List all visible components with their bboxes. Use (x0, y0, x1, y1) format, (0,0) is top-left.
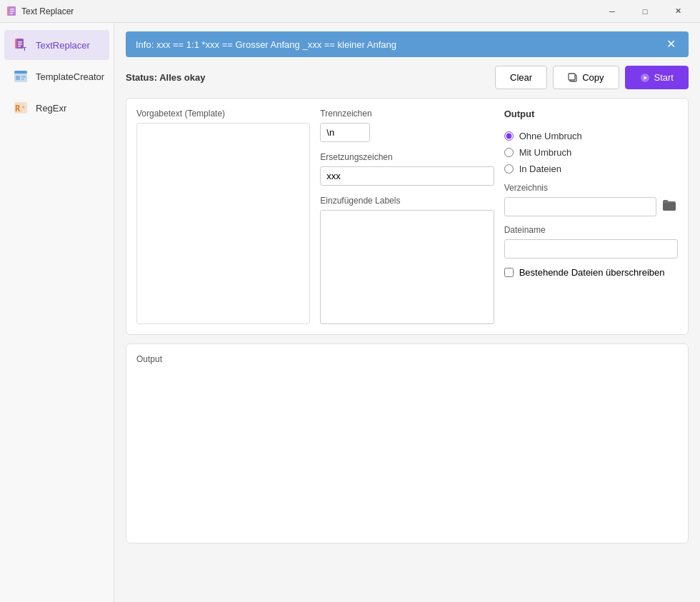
status-text: Status: Alles okay (126, 72, 206, 83)
template-creator-icon (13, 69, 29, 84)
toolbar-buttons: Clear Copy Start (495, 66, 689, 89)
sidebar: T TextReplacer TemplateCreator R .* RegE… (0, 23, 114, 602)
copy-button-label: Copy (582, 72, 604, 83)
verzeichnis-group: Verzeichnis (504, 183, 678, 216)
trennzeichen-input[interactable] (320, 123, 370, 142)
svg-rect-4 (10, 13, 13, 14)
sidebar-item-label-regex: RegExr (36, 103, 66, 114)
trennzeichen-group: Trennzeichen (320, 109, 494, 142)
start-button[interactable]: Start (625, 66, 689, 89)
clear-button[interactable]: Clear (495, 66, 547, 89)
top-panel: Vorgabetext (Template) Trennzeichen Erse… (126, 98, 689, 335)
output-panel: Output (126, 343, 689, 543)
radio-in-dateien-label: In Dateien (519, 164, 561, 174)
svg-rect-15 (21, 79, 24, 80)
sidebar-item-template-creator[interactable]: TemplateCreator (4, 61, 109, 91)
template-label: Vorgabetext (Template) (136, 109, 310, 119)
output-section-label: Output (504, 109, 678, 119)
labels-label: Einzufügende Labels (320, 196, 494, 206)
radio-ohne-umbruch-input[interactable] (504, 131, 514, 141)
overwrite-label: Bestehende Dateien überschreiben (519, 267, 665, 278)
sidebar-item-text-replacer[interactable]: T TextReplacer (4, 30, 109, 60)
svg-rect-14 (21, 76, 26, 78)
dateiname-label: Dateiname (504, 225, 678, 235)
template-textarea[interactable] (136, 123, 310, 324)
main-content: Info: xxx == 1:1 *xxx == Grosser Anfang … (114, 23, 700, 602)
copy-button[interactable]: Copy (553, 66, 619, 89)
info-banner: Info: xxx == 1:1 *xxx == Grosser Anfang … (126, 31, 689, 57)
sidebar-item-regex[interactable]: R .* RegExr (4, 93, 109, 123)
svg-rect-12 (14, 71, 27, 74)
verzeichnis-input[interactable] (504, 197, 656, 216)
svg-rect-8 (18, 44, 22, 45)
svg-rect-20 (569, 74, 575, 80)
radio-mit-umbruch-input[interactable] (504, 148, 514, 157)
folder-button[interactable] (661, 197, 678, 216)
clear-button-label: Clear (510, 72, 532, 83)
radio-in-dateien[interactable]: In Dateien (504, 164, 678, 174)
ersetzungszeichen-label: Ersetzungszeichen (320, 152, 494, 162)
svg-rect-3 (10, 11, 14, 12)
labels-group: Einzufügende Labels (320, 196, 494, 324)
text-replacer-icon: T (13, 37, 29, 53)
copy-icon (568, 73, 578, 83)
ersetzungszeichen-group: Ersetzungszeichen xxx (320, 152, 494, 186)
start-icon (640, 73, 650, 83)
info-banner-close-button[interactable]: ✕ (664, 39, 679, 50)
trennzeichen-label: Trennzeichen (320, 109, 494, 119)
app-icon (6, 6, 17, 17)
middle-column: Trennzeichen Ersetzungszeichen xxx Einzu… (320, 109, 494, 324)
svg-rect-2 (10, 9, 14, 10)
radio-ohne-umbruch-label: Ohne Umbruch (519, 131, 582, 141)
radio-ohne-umbruch[interactable]: Ohne Umbruch (504, 131, 678, 141)
dateiname-input[interactable] (504, 239, 678, 259)
ersetzungszeichen-input[interactable]: xxx (320, 166, 494, 186)
titlebar-controls: ─ □ ✕ (596, 0, 694, 23)
overwrite-checkbox[interactable] (504, 268, 514, 277)
info-banner-text: Info: xxx == 1:1 *xxx == Grosser Anfang … (136, 39, 396, 50)
radio-in-dateien-input[interactable] (504, 164, 514, 174)
radio-group: Ohne Umbruch Mit Umbruch In Dateien (504, 131, 678, 174)
verzeichnis-label: Verzeichnis (504, 183, 678, 193)
svg-rect-7 (18, 41, 22, 43)
titlebar-title: Text Replacer (21, 6, 74, 16)
toolbar-row: Status: Alles okay Clear Copy (126, 66, 689, 89)
output-column: Output Ohne Umbruch Mit Umbruch In Da (504, 109, 678, 324)
titlebar: Text Replacer ─ □ ✕ (0, 0, 700, 23)
svg-text:T: T (23, 46, 26, 52)
overwrite-checkbox-item[interactable]: Bestehende Dateien überschreiben (504, 267, 678, 278)
close-button[interactable]: ✕ (661, 0, 694, 23)
output-panel-label: Output (136, 354, 678, 364)
svg-rect-9 (18, 46, 21, 47)
svg-text:.*: .* (20, 105, 25, 113)
start-button-label: Start (654, 72, 674, 83)
titlebar-left: Text Replacer (6, 6, 74, 17)
svg-rect-13 (16, 76, 20, 80)
regex-icon: R .* (13, 100, 29, 116)
radio-mit-umbruch[interactable]: Mit Umbruch (504, 147, 678, 158)
panel-grid: Vorgabetext (Template) Trennzeichen Erse… (136, 109, 678, 324)
maximize-button[interactable]: □ (629, 0, 661, 23)
minimize-button[interactable]: ─ (596, 0, 629, 23)
app-container: T TextReplacer TemplateCreator R .* RegE… (0, 23, 700, 602)
labels-textarea[interactable] (320, 210, 494, 324)
template-column: Vorgabetext (Template) (136, 109, 310, 324)
radio-mit-umbruch-label: Mit Umbruch (519, 147, 572, 158)
verzeichnis-row (504, 197, 678, 216)
sidebar-item-label-template-creator: TemplateCreator (36, 71, 104, 82)
folder-icon (662, 199, 676, 211)
sidebar-item-label-text-replacer: TextReplacer (36, 40, 90, 51)
dateiname-group: Dateiname (504, 225, 678, 259)
